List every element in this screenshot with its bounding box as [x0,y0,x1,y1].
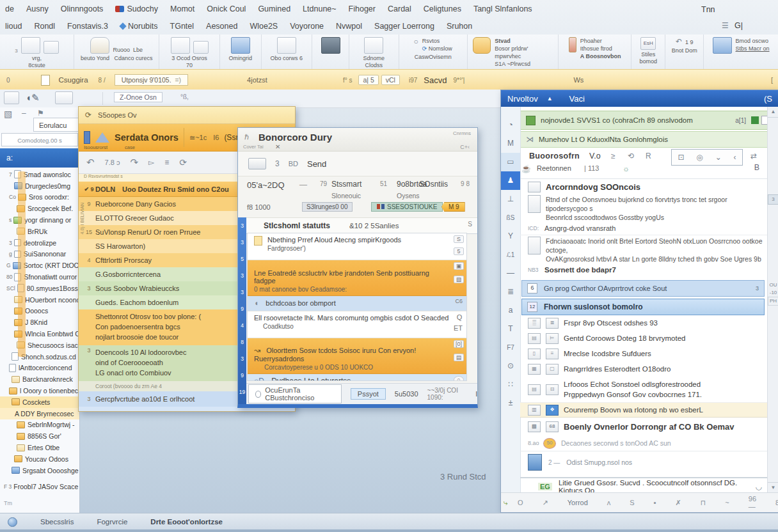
ribbon-group-table[interactable]: Obo corws 6 [262,35,312,69]
send-label[interactable]: Sacvd [424,75,447,85]
avatar-row[interactable]: 2 — Odist Smupg.nsol nos [520,451,767,473]
info-chip[interactable]: a| 5 [358,75,378,85]
sync-icon[interactable]: ⤷ [504,498,508,507]
field-code[interactable]: 05'a~2DQ [247,180,285,190]
laptop-icon[interactable]: ▧ [4,109,12,119]
tree-item[interactable]: F 3Froobl7 JASov Scace [0,481,79,492]
list-item-muted[interactable]: 8.ao50Decaones secorwd s tonOod AC sun [520,435,767,451]
line-row[interactable]: ICD: Asngrg-dvod vransrath [520,222,767,235]
rail-icon[interactable]: a [501,301,520,320]
tree-item[interactable]: HOuerbort ncoonou [0,294,79,306]
list-item[interactable]: ▯≡Mreclse Icodsbre Sufduers [520,346,767,361]
stamp-icon[interactable] [321,37,340,54]
tree-item[interactable]: Drurgecles0mg [0,180,79,192]
tree-item[interactable]: syogr dinnang or [0,214,79,226]
tab-statutts[interactable]: Stlcshoml statutts [264,221,330,230]
r-icon[interactable]: R [646,152,651,160]
tree-item[interactable]: Oooocs [0,306,79,317]
menu-item-right-2[interactable]: G| [734,21,743,30]
grid-icon[interactable]: EsH [640,37,656,50]
rail-icon[interactable]: ▭ [501,153,520,171]
rail-icon[interactable]: F7 [501,338,520,357]
ribbon-group-grid[interactable]: EsH Stilesbomod [631,35,665,69]
tree-item-highlighted[interactable]: A DDY Bryrnecosec [0,408,79,419]
list-item[interactable]: ▒≣Frspr 8vp Otscest odshes 93 [520,315,767,331]
dialog-row-blue[interactable]: ℮D Dydbeos.Lto Loturartss ○ [248,374,466,381]
menu-item[interactable]: Ltdnune~ [303,4,336,13]
menu-item[interactable]: Sudochy [115,4,158,13]
status-item[interactable]: Fogrvrcie [97,518,127,526]
rail-icon[interactable]: ◔ [501,116,520,134]
field-sloneouic[interactable]: Sloneouic [331,192,361,199]
flask-icon[interactable] [84,131,90,144]
tree-scroll-strip[interactable] [18,171,26,357]
ribbon-group-monitor[interactable]: Sdnome Clodss [349,35,399,69]
document-icon[interactable] [44,41,59,54]
menu-item[interactable]: lioud [5,22,22,31]
toolbar-glyph[interactable]: 8 [775,499,778,506]
tab-ssanlies[interactable]: &10 2 5Sanlies [349,222,399,230]
rail-icon[interactable]: ßS [501,208,520,227]
number-glyph[interactable]: 7.8 ɔ [105,159,120,166]
menu-item[interactable]: Norubits [120,22,158,31]
chip-arrow[interactable]: M 9 [441,202,465,212]
monitor-icon[interactable] [364,37,383,54]
list-item-two-line[interactable]: ▤⊟ Lrfooos Echot Sonstoel odlsgforestroo… [520,377,767,402]
hamburger-icon[interactable]: ☰ [722,21,729,30]
menu-item[interactable]: Sagger Loerrong [374,22,434,31]
version-dropdown[interactable]: V.o [589,152,601,160]
person-doc-icon[interactable] [231,37,250,54]
list-item-highlighted[interactable]: ▥❖Counremp Boovn wa rlotong nb wo esberL [520,402,767,418]
list-icon[interactable] [193,41,209,54]
menu-item[interactable]: Voyorone [290,22,324,31]
toolbar-glyph[interactable]: O [518,499,523,506]
tree-item[interactable]: gSuiSanononar [0,249,79,260]
list-icon[interactable]: ≡ [164,158,169,167]
menu-item[interactable]: TGntel [170,22,194,31]
ribbon-group-cloud[interactable]: Ruooo Lbe beuto Yond Cdanco curecs [74,35,160,69]
forward-icon[interactable]: ↷ [130,157,138,168]
tree-item-highlighted[interactable]: Cosckets [0,396,79,408]
menu-item[interactable]: Aesoned [206,22,237,31]
tree-item[interactable]: 8856S Gor' [0,430,79,442]
tree-item[interactable]: lAnttocercioncend [0,363,79,374]
menu-item[interactable]: Olinnngoots [61,4,104,13]
ribbon-group-mail[interactable]: Bmod oscwoStbs Macr on [704,35,778,69]
toolbar-glyph[interactable]: 96— [749,495,756,510]
tree-item[interactable]: GSortoc (KRT DtOC [0,260,79,271]
mail-window-icon[interactable] [713,37,732,54]
rail-icon[interactable]: M [501,134,520,153]
rail-icon[interactable]: — [501,264,520,283]
tree-item[interactable]: 7Smad awonsloc [0,169,79,180]
tree-item[interactable]: Srocgecek Bef. [0,203,79,214]
dialog-row-highlighted[interactable]: Lne Eoatredê scsluctrlv krbe jrandoten S… [248,260,466,296]
toolbar-glyph[interactable]: ⊓ [701,499,706,507]
window-icon[interactable] [171,37,190,54]
rail-icon[interactable]: ± [501,394,520,412]
tree-item[interactable]: J 8Knid [0,317,79,328]
tree-item[interactable]: Ertes Otbe [0,442,79,453]
ribbon-group-tool[interactable] [312,35,349,69]
menu-item[interactable]: Rondl [34,22,55,31]
menu-item[interactable]: Ausny [26,4,49,13]
rotate-icon[interactable]: ⟲ [628,152,634,160]
dialog-row-blue[interactable]: ◖ bchdcoas bor obmport C6 [248,296,466,311]
status-item[interactable]: Sbecsslris [40,518,74,526]
chip-teal[interactable]: SSESOSTIOUKE [371,202,443,212]
ribbon-group-phone[interactable]: PhoaherIthosue ftrodA Boosnovbon [559,35,631,69]
tree-item[interactable]: 3deotrolizpe [0,237,79,249]
undo-icon[interactable]: ↶ [676,37,682,46]
rail-icon-selected[interactable]: ♟ [501,171,520,190]
alert-bar-2[interactable]: ⋊ Munehov Lt O KduoxlNta Gonlohmglois [520,131,776,148]
blue-section-row[interactable]: 6 Gn prog Cwrthor OAvprrtrovt coke Sout … [521,280,765,297]
zone-box[interactable]: Z-Onoe Osn [114,92,163,102]
rail-icon[interactable]: ⊙ [501,357,520,375]
table-icon[interactable] [277,37,296,54]
toolbar-glyph[interactable]: ʌ [607,499,611,506]
refresh-icon[interactable]: ⟳ [85,111,91,120]
search-input[interactable]: Comodoteg.00 s [1,133,78,146]
shield-pen-icon[interactable]: ◖✎ [26,92,40,104]
sync-icon[interactable]: ⟳ [179,157,187,168]
menu-item[interactable]: Tangl Slnfanlons [473,4,532,13]
rail-icon[interactable]: T [501,320,520,338]
